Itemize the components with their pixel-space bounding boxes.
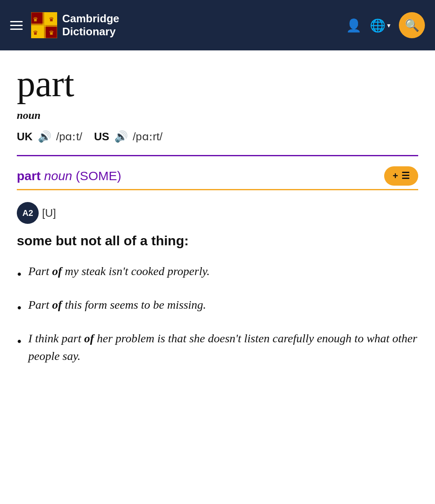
example-text-after: my steak isn't cooked properly. (62, 265, 210, 278)
example-bold-word: of (52, 265, 62, 278)
svg-text:♛: ♛ (49, 16, 54, 23)
gold-divider (17, 189, 418, 190)
definition: some but not all of a thing: (17, 232, 418, 250)
grammar-tag: [U] (42, 207, 56, 220)
add-list-plus-icon: + (393, 171, 398, 181)
header: ♛ ♛ ♛ ♛ Cambridge Dictionary 👤 🌐 ▾ 🔍 (0, 0, 435, 50)
language-selector[interactable]: 🌐 ▾ (370, 18, 390, 33)
example-text-after: this form seems to be missing. (62, 298, 206, 311)
sense-header: part noun (SOME) + ☰ (17, 166, 418, 186)
us-audio-icon[interactable]: 🔊 (114, 130, 128, 143)
hamburger-menu-icon[interactable] (10, 21, 23, 30)
pronunciation-row: UK 🔊 /pɑːt/ US 🔊 /pɑːrt/ (17, 130, 418, 143)
svg-text:♛: ♛ (33, 30, 38, 36)
uk-audio-icon[interactable]: 🔊 (38, 130, 51, 143)
list-item: • Part of this form seems to be missing. (17, 296, 418, 318)
svg-text:♛: ♛ (49, 30, 54, 36)
logo-text: Cambridge Dictionary (62, 12, 119, 38)
header-right: 👤 🌐 ▾ 🔍 (346, 12, 425, 38)
add-to-list-button[interactable]: + ☰ (384, 166, 418, 186)
search-button[interactable]: 🔍 (399, 12, 425, 38)
example-text-before: I think part (28, 332, 84, 345)
cambridge-logo-shield: ♛ ♛ ♛ ♛ (31, 12, 57, 38)
user-icon[interactable]: 👤 (346, 18, 361, 33)
example-text-before: Part (28, 265, 52, 278)
bullet-dot: • (17, 264, 21, 284)
main-content: part noun UK 🔊 /pɑːt/ US 🔊 /pɑːrt/ part … (0, 50, 435, 394)
example-text-2: Part of this form seems to be missing. (28, 296, 206, 314)
header-left: ♛ ♛ ♛ ♛ Cambridge Dictionary (10, 12, 119, 38)
sense-title: part noun (SOME) (17, 169, 121, 183)
search-icon: 🔍 (405, 18, 419, 32)
examples-list: • Part of my steak isn't cooked properly… (17, 262, 418, 365)
level-row: A2 [U] (17, 202, 418, 224)
example-text-1: Part of my steak isn't cooked properly. (28, 262, 210, 280)
uk-label: UK (17, 130, 33, 143)
list-item: • I think part of her problem is that sh… (17, 330, 418, 365)
list-item: • Part of my steak isn't cooked properly… (17, 262, 418, 284)
example-bold-word: of (84, 332, 94, 345)
globe-icon: 🌐 (370, 18, 385, 33)
add-list-lines-icon: ☰ (401, 171, 410, 181)
word-pos: noun (17, 109, 418, 122)
purple-divider (17, 155, 418, 156)
chevron-down-icon: ▾ (387, 21, 390, 29)
sense-title-word: part (17, 169, 41, 183)
us-pronunciation: /pɑːrt/ (133, 130, 163, 143)
example-text-3: I think part of her problem is that she … (28, 330, 418, 365)
svg-text:♛: ♛ (33, 16, 38, 23)
sense-title-pos: noun (44, 169, 72, 183)
level-badge: A2 (17, 202, 39, 224)
bullet-dot: • (17, 331, 21, 352)
bullet-dot: • (17, 298, 21, 318)
logo-container[interactable]: ♛ ♛ ♛ ♛ Cambridge Dictionary (31, 12, 119, 38)
us-label: US (94, 130, 109, 143)
word-title: part (17, 66, 418, 102)
example-bold-word: of (52, 298, 62, 311)
example-text-before: Part (28, 298, 52, 311)
uk-pronunciation: /pɑːt/ (56, 130, 82, 143)
sense-title-sense: (SOME) (76, 169, 121, 183)
